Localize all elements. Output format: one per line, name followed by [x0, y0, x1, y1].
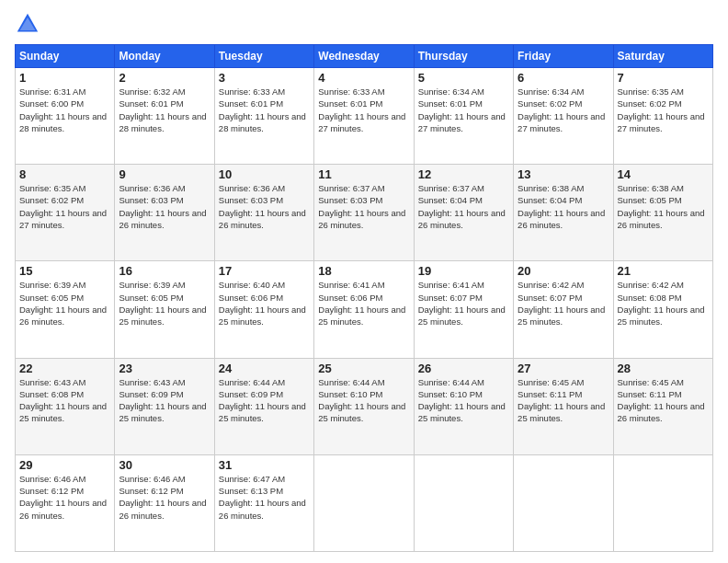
day-info: Sunrise: 6:44 AMSunset: 6:10 PMDaylight:…: [418, 377, 506, 424]
weekday-header: Monday: [115, 45, 214, 68]
calendar-cell: 19 Sunrise: 6:41 AMSunset: 6:07 PMDaylig…: [414, 261, 513, 358]
day-number: 17: [219, 264, 310, 278]
day-number: 28: [618, 362, 709, 375]
day-number: 29: [19, 458, 110, 472]
calendar-cell: 12 Sunrise: 6:37 AMSunset: 6:04 PMDaylig…: [414, 165, 513, 261]
calendar-table: SundayMondayTuesdayWednesdayThursdayFrid…: [15, 44, 713, 552]
calendar-cell: 1 Sunrise: 6:31 AMSunset: 6:00 PMDayligh…: [16, 68, 115, 165]
day-number: 18: [318, 264, 409, 278]
day-info: Sunrise: 6:31 AMSunset: 6:00 PMDaylight:…: [19, 86, 107, 133]
day-number: 8: [19, 167, 110, 181]
day-number: 30: [119, 458, 210, 472]
calendar-cell: 31 Sunrise: 6:47 AMSunset: 6:13 PMDaylig…: [214, 454, 313, 551]
calendar-cell: [414, 454, 513, 551]
calendar-week-row: 29 Sunrise: 6:46 AMSunset: 6:12 PMDaylig…: [16, 454, 713, 551]
weekday-header: Sunday: [16, 45, 115, 68]
day-info: Sunrise: 6:40 AMSunset: 6:06 PMDaylight:…: [219, 280, 306, 327]
day-number: 21: [618, 264, 709, 278]
calendar-cell: [314, 454, 414, 551]
calendar-body: 1 Sunrise: 6:31 AMSunset: 6:00 PMDayligh…: [16, 68, 713, 552]
calendar-header: SundayMondayTuesdayWednesdayThursdayFrid…: [16, 45, 713, 68]
calendar-cell: [514, 454, 613, 551]
calendar-cell: 11 Sunrise: 6:37 AMSunset: 6:03 PMDaylig…: [314, 165, 414, 261]
calendar-cell: 5 Sunrise: 6:34 AMSunset: 6:01 PMDayligh…: [414, 68, 513, 165]
day-info: Sunrise: 6:39 AMSunset: 6:05 PMDaylight:…: [19, 280, 107, 327]
calendar-week-row: 22 Sunrise: 6:43 AMSunset: 6:08 PMDaylig…: [16, 358, 713, 454]
calendar-cell: 2 Sunrise: 6:32 AMSunset: 6:01 PMDayligh…: [115, 68, 214, 165]
day-info: Sunrise: 6:42 AMSunset: 6:08 PMDaylight:…: [618, 280, 705, 327]
day-info: Sunrise: 6:36 AMSunset: 6:03 PMDaylight:…: [119, 183, 206, 230]
calendar-cell: 30 Sunrise: 6:46 AMSunset: 6:12 PMDaylig…: [115, 454, 214, 551]
weekday-header: Saturday: [613, 45, 712, 68]
day-info: Sunrise: 6:42 AMSunset: 6:07 PMDaylight:…: [518, 280, 605, 327]
day-info: Sunrise: 6:46 AMSunset: 6:12 PMDaylight:…: [119, 474, 206, 521]
calendar-cell: 14 Sunrise: 6:38 AMSunset: 6:05 PMDaylig…: [613, 165, 712, 261]
calendar-cell: 9 Sunrise: 6:36 AMSunset: 6:03 PMDayligh…: [115, 165, 214, 261]
weekday-header: Tuesday: [214, 45, 313, 68]
day-number: 27: [518, 362, 609, 375]
header: [15, 11, 713, 37]
day-info: Sunrise: 6:35 AMSunset: 6:02 PMDaylight:…: [618, 86, 705, 133]
day-number: 9: [119, 167, 210, 181]
calendar-cell: 18 Sunrise: 6:41 AMSunset: 6:06 PMDaylig…: [314, 261, 414, 358]
day-info: Sunrise: 6:47 AMSunset: 6:13 PMDaylight:…: [219, 474, 306, 521]
day-info: Sunrise: 6:32 AMSunset: 6:01 PMDaylight:…: [119, 86, 206, 133]
day-info: Sunrise: 6:34 AMSunset: 6:01 PMDaylight:…: [418, 86, 506, 133]
day-number: 19: [418, 264, 509, 278]
day-number: 22: [19, 362, 110, 375]
day-number: 16: [119, 264, 210, 278]
day-info: Sunrise: 6:34 AMSunset: 6:02 PMDaylight:…: [518, 86, 605, 133]
calendar-cell: 6 Sunrise: 6:34 AMSunset: 6:02 PMDayligh…: [514, 68, 613, 165]
day-number: 2: [119, 71, 210, 85]
calendar-cell: 27 Sunrise: 6:45 AMSunset: 6:11 PMDaylig…: [514, 358, 613, 454]
day-info: Sunrise: 6:43 AMSunset: 6:09 PMDaylight:…: [119, 377, 206, 424]
day-number: 6: [518, 71, 609, 85]
day-number: 14: [618, 167, 709, 181]
day-number: 1: [19, 71, 110, 85]
day-number: 26: [418, 362, 509, 375]
day-info: Sunrise: 6:38 AMSunset: 6:05 PMDaylight:…: [618, 183, 705, 230]
calendar-cell: [613, 454, 712, 551]
day-info: Sunrise: 6:35 AMSunset: 6:02 PMDaylight:…: [19, 183, 107, 230]
day-number: 5: [418, 71, 509, 85]
calendar-cell: 17 Sunrise: 6:40 AMSunset: 6:06 PMDaylig…: [214, 261, 313, 358]
day-number: 24: [219, 362, 310, 375]
calendar-cell: 24 Sunrise: 6:44 AMSunset: 6:09 PMDaylig…: [214, 358, 313, 454]
day-info: Sunrise: 6:36 AMSunset: 6:03 PMDaylight:…: [219, 183, 306, 230]
day-number: 11: [318, 167, 409, 181]
calendar-cell: 10 Sunrise: 6:36 AMSunset: 6:03 PMDaylig…: [214, 165, 313, 261]
weekday-header: Wednesday: [314, 45, 414, 68]
day-number: 31: [219, 458, 310, 472]
weekday-header: Thursday: [414, 45, 513, 68]
calendar-cell: 7 Sunrise: 6:35 AMSunset: 6:02 PMDayligh…: [613, 68, 712, 165]
day-info: Sunrise: 6:43 AMSunset: 6:08 PMDaylight:…: [19, 377, 107, 424]
day-info: Sunrise: 6:44 AMSunset: 6:10 PMDaylight:…: [318, 377, 405, 424]
calendar-cell: 28 Sunrise: 6:45 AMSunset: 6:11 PMDaylig…: [613, 358, 712, 454]
day-info: Sunrise: 6:33 AMSunset: 6:01 PMDaylight:…: [318, 86, 405, 133]
calendar-cell: 15 Sunrise: 6:39 AMSunset: 6:05 PMDaylig…: [16, 261, 115, 358]
calendar-cell: 23 Sunrise: 6:43 AMSunset: 6:09 PMDaylig…: [115, 358, 214, 454]
day-number: 12: [418, 167, 509, 181]
calendar-cell: 26 Sunrise: 6:44 AMSunset: 6:10 PMDaylig…: [414, 358, 513, 454]
day-info: Sunrise: 6:38 AMSunset: 6:04 PMDaylight:…: [518, 183, 605, 230]
weekday-header: Friday: [514, 45, 613, 68]
calendar-cell: 22 Sunrise: 6:43 AMSunset: 6:08 PMDaylig…: [16, 358, 115, 454]
day-number: 4: [318, 71, 409, 85]
day-number: 3: [219, 71, 310, 85]
calendar-cell: 20 Sunrise: 6:42 AMSunset: 6:07 PMDaylig…: [514, 261, 613, 358]
day-number: 10: [219, 167, 310, 181]
calendar-cell: 4 Sunrise: 6:33 AMSunset: 6:01 PMDayligh…: [314, 68, 414, 165]
day-number: 13: [518, 167, 609, 181]
calendar-cell: 16 Sunrise: 6:39 AMSunset: 6:05 PMDaylig…: [115, 261, 214, 358]
calendar-cell: 29 Sunrise: 6:46 AMSunset: 6:12 PMDaylig…: [16, 454, 115, 551]
day-number: 7: [618, 71, 709, 85]
calendar-cell: 8 Sunrise: 6:35 AMSunset: 6:02 PMDayligh…: [16, 165, 115, 261]
calendar-week-row: 8 Sunrise: 6:35 AMSunset: 6:02 PMDayligh…: [16, 165, 713, 261]
calendar-cell: 13 Sunrise: 6:38 AMSunset: 6:04 PMDaylig…: [514, 165, 613, 261]
day-info: Sunrise: 6:33 AMSunset: 6:01 PMDaylight:…: [219, 86, 306, 133]
logo-icon: [15, 11, 40, 37]
day-info: Sunrise: 6:37 AMSunset: 6:04 PMDaylight:…: [418, 183, 506, 230]
calendar-week-row: 1 Sunrise: 6:31 AMSunset: 6:00 PMDayligh…: [16, 68, 713, 165]
day-info: Sunrise: 6:46 AMSunset: 6:12 PMDaylight:…: [19, 474, 107, 521]
day-info: Sunrise: 6:41 AMSunset: 6:06 PMDaylight:…: [318, 280, 405, 327]
